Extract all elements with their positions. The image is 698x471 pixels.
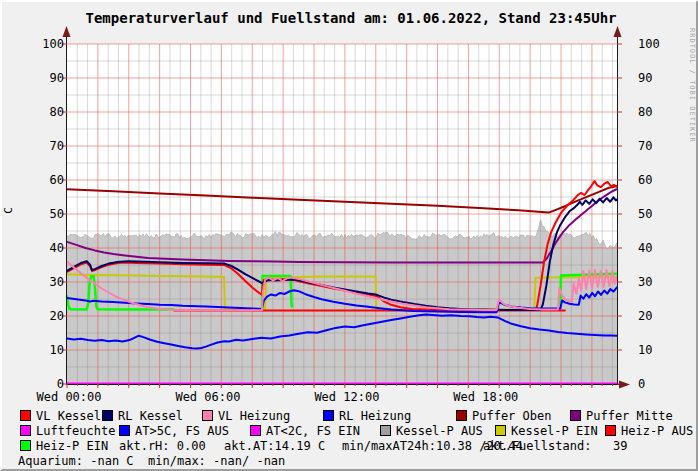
legend-swatch bbox=[456, 410, 467, 421]
legend-label: Kessel-P EIN bbox=[511, 424, 598, 438]
legend-swatch bbox=[605, 425, 616, 436]
y-tick-label-right: 10 bbox=[638, 344, 672, 356]
y-tick-label-left: 50 bbox=[34, 208, 64, 220]
legend-swatch bbox=[323, 410, 334, 421]
y-axis-arrow-left bbox=[63, 26, 71, 37]
legend-item: AT<2C, FS EIN bbox=[250, 425, 360, 437]
legend-label: VL Kessel bbox=[36, 409, 101, 423]
legend-item: AT>5C, FS AUS bbox=[119, 425, 229, 437]
y-tick-label-left: 80 bbox=[34, 106, 64, 118]
legend-swatch bbox=[202, 410, 213, 421]
y-tick-label-left: 30 bbox=[34, 276, 64, 288]
y-tick-label-right: 40 bbox=[638, 242, 672, 254]
legend-label: RL Kessel bbox=[118, 409, 183, 423]
legend-item: akt.Fuellstand: 39 bbox=[483, 440, 628, 452]
y-tick-label-right: 30 bbox=[638, 276, 672, 288]
y-tick-label-left: 40 bbox=[34, 242, 64, 254]
y-tick-label-right: 60 bbox=[638, 174, 672, 186]
legend-item: RL Kessel bbox=[102, 410, 183, 422]
legend-label: Puffer Oben bbox=[472, 409, 551, 423]
legend-label: akt.AT:14.19 C bbox=[224, 439, 325, 453]
y-tick-label-left: 90 bbox=[34, 72, 64, 84]
legend-item: Kessel-P EIN bbox=[495, 425, 598, 437]
legend-item: Heiz-P AUS bbox=[605, 425, 693, 437]
legend-swatch bbox=[570, 410, 581, 421]
y-tick-label-right: 0 bbox=[638, 378, 672, 390]
legend-label: Puffer Mitte bbox=[586, 409, 673, 423]
y-tick-label-right: 50 bbox=[638, 208, 672, 220]
y-tick-label-right: 100 bbox=[638, 38, 672, 50]
x-axis-arrow bbox=[619, 381, 630, 389]
legend-swatch bbox=[250, 425, 261, 436]
legend-item: akt.AT:14.19 C bbox=[224, 440, 325, 452]
y-tick-label-right: 20 bbox=[638, 310, 672, 322]
legend-item: Puffer Oben bbox=[456, 410, 551, 422]
legend-swatch bbox=[119, 425, 130, 436]
y-tick-label-left: 0 bbox=[34, 378, 64, 390]
legend-item: RL Heizung bbox=[323, 410, 411, 422]
legend-item: Puffer Mitte bbox=[570, 410, 673, 422]
legend-label: RL Heizung bbox=[339, 409, 411, 423]
legend-label: Aquarium: -nan C min/max: -nan/ -nan bbox=[18, 454, 285, 468]
legend-label: AT<2C, FS EIN bbox=[266, 424, 360, 438]
legend-swatch bbox=[20, 440, 31, 451]
x-tick-label: Wed 00:00 bbox=[29, 391, 109, 403]
legend-item: Luftfeuchte bbox=[20, 425, 115, 437]
y-axis-arrow-right bbox=[614, 26, 622, 37]
x-tick-label: Wed 18:00 bbox=[446, 391, 526, 403]
legend-item: VL Kessel bbox=[20, 410, 101, 422]
legend-label: akt.Fuellstand: 39 bbox=[483, 439, 628, 453]
y-tick-label-left: 70 bbox=[34, 140, 64, 152]
legend-item: Kessel-P AUS bbox=[380, 425, 483, 437]
y-tick-label-left: 10 bbox=[34, 344, 64, 356]
legend-label: Kessel-P AUS bbox=[396, 424, 483, 438]
legend-item: Aquarium: -nan C min/max: -nan/ -nan bbox=[18, 455, 285, 467]
y-tick-label-right: 90 bbox=[638, 72, 672, 84]
chart-title: Temperaturverlauf und Fuellstand am: 01.… bbox=[2, 10, 698, 26]
legend-label: Luftfeuchte bbox=[36, 424, 115, 438]
y-tick-label-left: 100 bbox=[34, 38, 64, 50]
rrdtool-graph: Temperaturverlauf und Fuellstand am: 01.… bbox=[0, 0, 698, 471]
y-tick-label-right: 80 bbox=[638, 106, 672, 118]
legend-label: Heiz-P EIN bbox=[36, 439, 108, 453]
y-tick-label-left: 60 bbox=[34, 174, 64, 186]
legend-swatch bbox=[102, 410, 113, 421]
legend-label: Heiz-P AUS bbox=[621, 424, 693, 438]
rrdtool-watermark: RRDTOOL / TOBI OETIKER bbox=[688, 28, 696, 143]
y-tick-label-left: 20 bbox=[34, 310, 64, 322]
legend-swatch bbox=[380, 425, 391, 436]
legend-item: VL Heizung bbox=[202, 410, 290, 422]
x-tick-label: Wed 12:00 bbox=[307, 391, 387, 403]
legend-swatch bbox=[495, 425, 506, 436]
legend-item: akt.rH: 0.00 bbox=[119, 440, 206, 452]
y-axis-unit-label: C bbox=[2, 189, 15, 233]
legend-label: AT>5C, FS AUS bbox=[135, 424, 229, 438]
legend-swatch bbox=[20, 410, 31, 421]
legend-label: VL Heizung bbox=[218, 409, 290, 423]
legend-item: Heiz-P EIN bbox=[20, 440, 108, 452]
legend-label: akt.rH: 0.00 bbox=[119, 439, 206, 453]
x-tick-label: Wed 06:00 bbox=[168, 391, 248, 403]
legend-swatch bbox=[20, 425, 31, 436]
y-tick-label-right: 70 bbox=[638, 140, 672, 152]
